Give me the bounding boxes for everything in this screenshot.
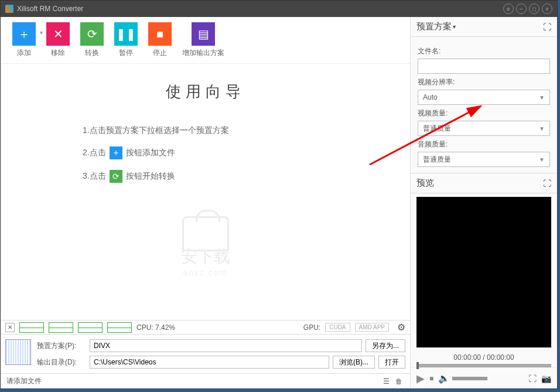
preview-video[interactable] [416,197,551,347]
audio-quality-label: 音频质量: [418,139,550,149]
save-as-button[interactable]: 另存为... [366,339,405,352]
minimize-button[interactable]: − [516,4,527,14]
guide-step-2: 2.点击 ＋ 按钮添加文件 [83,146,387,159]
cpu-graph-3 [78,322,103,333]
cpu-usage: CPU: 7.42% [136,323,175,332]
preview-time: 00:00:00 / 00:00:00 [411,351,557,364]
expand-preset-icon[interactable]: ⛶ [543,22,551,32]
gear-icon[interactable]: ⚙ [397,322,405,333]
plus-icon: ＋ [12,22,36,46]
main-toolbar: ＋ ▾ 添加 ✕ 移除 ⟳ 转换 ❚❚ 暂停 ■ 停止 [1,17,410,64]
guide-title: 使用向导 [24,81,387,102]
statusbar: 请添加文件 ☰ 🗑 [1,373,410,388]
seek-bar[interactable] [416,364,551,367]
cpu-graph-2 [49,322,73,333]
refresh-icon: ⟳ [80,22,104,46]
close-window-button[interactable]: × [542,4,552,14]
trash-icon[interactable]: 🗑 [394,376,404,387]
open-button[interactable]: 打开 [378,356,405,369]
gpu-label: GPU: [303,323,320,332]
audio-quality-select[interactable]: 普通质量▼ [418,152,550,167]
pause-button[interactable]: ❚❚ 暂停 [114,22,138,58]
video-quality-select[interactable]: 普通质量▼ [418,121,550,136]
app-title: Xilisoft RM Converter [17,5,501,13]
preset-panel-body: 文件名: 视频分辨率: Auto▼ 视频质量: 普通质量▼ 音频质量: 普通质量… [411,37,557,173]
add-output-button[interactable]: ▤ 增加输出方案 [182,22,224,58]
refresh-icon: ⟳ [110,170,122,183]
pause-icon: ❚❚ [114,22,138,46]
preset-label: 预置方案(P): [37,341,86,351]
browse-button[interactable]: 浏览(B)... [333,356,375,369]
status-message: 请添加文件 [6,376,42,386]
document-icon: ▤ [192,22,215,46]
convert-button[interactable]: ⟳ 转换 [80,22,104,58]
fullscreen-icon[interactable]: ⛶ [528,374,537,383]
app-logo-icon [5,5,13,13]
expand-preview-icon[interactable]: ⛶ [543,179,551,188]
resolution-select[interactable]: Auto▼ [418,90,550,105]
guide-area: 使用向导 1.点击预置方案下拉框选择一个预置方案 2.点击 ＋ 按钮添加文件 3… [1,64,410,320]
preview-header: 预览 ⛶ [411,173,557,193]
system-bar: ✕ CPU: 7.42% GPU: CUDA AMD APP ⚙ [1,320,410,334]
stop-preview-button[interactable]: ■ [429,374,433,383]
volume-icon[interactable]: 🔈 [438,373,450,384]
settings-win-button[interactable]: ≡ [503,4,514,14]
stop-icon: ■ [148,22,172,46]
preset-thumbnail [5,339,31,365]
amd-button[interactable]: AMD APP [355,323,389,332]
guide-step-1: 1.点击预置方案下拉框选择一个预置方案 [83,125,387,136]
preset-select[interactable] [90,339,362,352]
x-icon: ✕ [46,22,70,46]
chevron-down-icon[interactable]: ▾ [40,29,43,36]
video-quality-label: 视频质量: [418,108,550,118]
plus-icon: ＋ [110,146,122,159]
cpu-graph-4 [107,322,132,333]
snapshot-icon[interactable]: 📷 [541,374,551,383]
titlebar: Xilisoft RM Converter ≡ − □ × [1,1,557,17]
volume-slider[interactable] [452,377,487,380]
stop-button[interactable]: ■ 停止 [148,22,172,58]
settings-panel: 预置方案(P): 另存为... 输出目录(D): 浏览(B)... 打开 [1,334,410,373]
play-button[interactable]: ▶ [416,372,425,385]
filename-label: 文件名: [418,46,550,56]
close-graph-button[interactable]: ✕ [5,323,15,332]
watermark: 安下载 anxz.com [181,216,230,277]
outdir-label: 输出目录(D): [37,357,86,367]
cuda-button[interactable]: CUDA [325,323,350,332]
resolution-label: 视频分辨率: [418,77,550,87]
add-button[interactable]: ＋ ▾ 添加 [12,22,36,58]
cpu-graph-1 [19,322,44,333]
guide-step-3: 3.点击 ⟳ 按钮开始转换 [83,170,387,183]
filename-input[interactable] [418,59,550,74]
preset-panel-header: 预置方案▾ ⛶ [411,17,557,37]
maximize-button[interactable]: □ [529,4,539,14]
outdir-input[interactable] [90,356,329,369]
list-view-icon[interactable]: ☰ [381,376,391,387]
remove-button[interactable]: ✕ 移除 [46,22,70,58]
